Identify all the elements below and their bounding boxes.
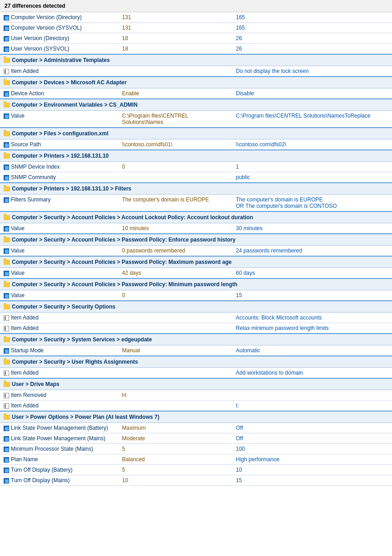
table-row: Startup ModeManualAutomatic bbox=[0, 345, 392, 356]
modified-icon bbox=[4, 248, 9, 254]
row-name: Turn Off Display (Battery) bbox=[11, 467, 72, 473]
row-name: Value bbox=[11, 225, 25, 232]
row-col3: 15 bbox=[232, 290, 392, 301]
row-name: Item Added bbox=[11, 370, 39, 376]
row-name: User Version (Directory) bbox=[11, 35, 69, 41]
row-col3: 60 days bbox=[232, 268, 392, 279]
section-label: Computer > Administrative Templates bbox=[12, 57, 110, 63]
row-col2: Enable bbox=[118, 88, 232, 99]
section-label: Computer > Security > Account Policies >… bbox=[12, 281, 237, 288]
row-col3: Add workstations to domain bbox=[232, 368, 392, 379]
section-label: Computer > Printers > 192.168.131.10 > F… bbox=[12, 185, 131, 192]
row-name: Value bbox=[11, 113, 25, 119]
row-col3: 165 bbox=[232, 23, 392, 33]
row-col3: C:\Program files\CENTREL Solutions\Names… bbox=[232, 111, 392, 128]
differences-table: Computer Version (Directory)131165Comput… bbox=[0, 12, 392, 486]
row-col2: \\contoso.com\dfs01\ bbox=[118, 139, 232, 150]
row-col2: C:\Program files\CENTREL Solutions\Names bbox=[118, 111, 232, 128]
modified-icon bbox=[4, 142, 9, 148]
row-name: Value bbox=[11, 270, 25, 276]
row-col2 bbox=[118, 66, 232, 77]
section-label: User > Power Options > Power Plan (At le… bbox=[12, 414, 159, 420]
row-name: Computer Version (Directory) bbox=[11, 14, 81, 21]
section-header: Computer > Security > Security Options bbox=[0, 301, 392, 313]
folder-icon bbox=[4, 237, 10, 242]
modified-icon bbox=[4, 113, 9, 119]
table-row: Item AddedI: bbox=[0, 401, 392, 412]
row-col2 bbox=[118, 172, 232, 183]
table-row: Link State Power Management (Mains)Moder… bbox=[0, 433, 392, 444]
table-row: Device ActionEnableDisable bbox=[0, 88, 392, 99]
row-col3: 15 bbox=[232, 475, 392, 486]
folder-icon bbox=[4, 415, 10, 420]
folder-icon bbox=[4, 360, 10, 365]
row-col3 bbox=[232, 390, 392, 401]
row-name: SNMP Device Index bbox=[11, 164, 60, 170]
section-label: Computer > Security > Account Policies >… bbox=[12, 259, 232, 265]
row-col2: 0 bbox=[118, 290, 232, 301]
section-header: Computer > Devices > Microsoft AC Adapte… bbox=[0, 77, 392, 88]
row-name: Item Added bbox=[11, 402, 39, 409]
added-icon bbox=[4, 69, 9, 74]
table-row: Link State Power Management (Battery)Max… bbox=[0, 423, 392, 433]
section-header: Computer > Security > Account Policies >… bbox=[0, 211, 392, 223]
row-col3: Do not display the lock screen bbox=[232, 66, 392, 77]
modified-icon bbox=[4, 271, 9, 276]
row-col3: 26 bbox=[232, 44, 392, 55]
row-col3: Off bbox=[232, 423, 392, 433]
table-row: Computer Version (Directory)131165 bbox=[0, 12, 392, 23]
modified-icon bbox=[4, 91, 9, 97]
row-col2: 5 bbox=[118, 444, 232, 454]
section-header: Computer > Environment Variables > CS_AD… bbox=[0, 99, 392, 111]
modified-icon bbox=[4, 165, 9, 170]
row-name: Plan Name bbox=[11, 456, 38, 463]
folder-icon bbox=[4, 154, 10, 159]
table-row: Item AddedDo not display the lock screen bbox=[0, 66, 392, 77]
added-icon bbox=[4, 393, 9, 398]
modified-icon bbox=[4, 175, 9, 180]
table-row: Turn Off Display (Battery)510 bbox=[0, 465, 392, 475]
row-col3: Off bbox=[232, 433, 392, 444]
added-icon bbox=[4, 326, 9, 331]
table-row: Value10 minutes30 minutes bbox=[0, 223, 392, 234]
row-name: SNMP Community bbox=[11, 174, 56, 180]
row-col2: 42 days bbox=[118, 268, 232, 279]
row-name: Source Path bbox=[11, 141, 41, 148]
row-col2: 10 bbox=[118, 475, 232, 486]
row-col2 bbox=[118, 401, 232, 412]
row-col2: 0 passwords remembered bbox=[118, 246, 232, 257]
row-name: Item Added bbox=[11, 325, 39, 331]
section-label: Computer > Printers > 192.168.131.10 bbox=[12, 153, 109, 159]
table-row: Filters SummaryThe computer's domain is … bbox=[0, 195, 392, 212]
folder-icon bbox=[4, 282, 10, 287]
table-row: Source Path\\contoso.com\dfs01\\\contoso… bbox=[0, 139, 392, 150]
folder-icon bbox=[4, 260, 10, 265]
modified-icon bbox=[4, 468, 9, 473]
table-row: ValueC:\Program files\CENTREL Solutions\… bbox=[0, 111, 392, 128]
section-header: Computer > Files > configuration.xml bbox=[0, 128, 392, 139]
row-col2: 18 bbox=[118, 44, 232, 55]
modified-icon bbox=[4, 36, 9, 41]
row-col2: Manual bbox=[118, 345, 232, 356]
table-row: Minimum Processor State (Mains)5100 bbox=[0, 444, 392, 454]
row-name: Filters Summary bbox=[11, 196, 51, 203]
table-row: Computer Version (SYSVOL)131165 bbox=[0, 23, 392, 33]
table-row: SNMP Communitypublic bbox=[0, 172, 392, 183]
folder-icon bbox=[4, 58, 10, 63]
row-col2 bbox=[118, 368, 232, 379]
row-col2: 5 bbox=[118, 465, 232, 475]
table-row: SNMP Device Index01 bbox=[0, 162, 392, 172]
section-header: User > Power Options > Power Plan (At le… bbox=[0, 411, 392, 423]
modified-icon bbox=[4, 436, 9, 442]
folder-icon bbox=[4, 131, 10, 136]
section-header: Computer > Printers > 192.168.131.10 bbox=[0, 150, 392, 162]
modified-icon bbox=[4, 46, 9, 52]
row-col2: The computer's domain is EUROPE bbox=[118, 195, 232, 212]
section-label: Computer > Security > System Services > … bbox=[12, 336, 152, 343]
modified-icon bbox=[4, 197, 9, 203]
header-bar: 27 differences detected bbox=[0, 0, 392, 12]
section-header: Computer > Administrative Templates bbox=[0, 54, 392, 66]
section-header: Computer > Security > System Services > … bbox=[0, 334, 392, 345]
folder-icon bbox=[4, 103, 10, 108]
row-name: Turn Off Display (Mains) bbox=[11, 477, 70, 484]
